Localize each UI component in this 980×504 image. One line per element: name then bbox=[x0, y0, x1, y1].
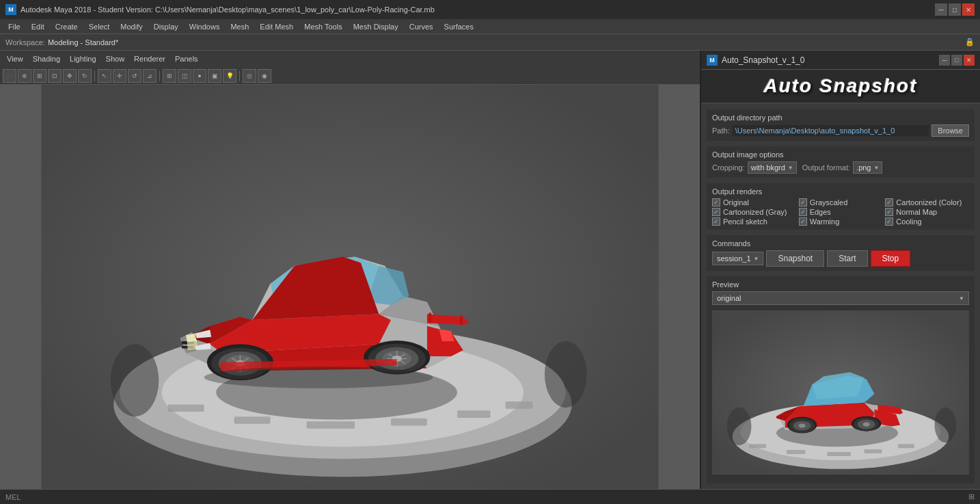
svg-point-56 bbox=[111, 344, 159, 416]
menu-display[interactable]: Display bbox=[148, 21, 184, 32]
grid-icon[interactable]: ⊞ bbox=[163, 69, 176, 83]
menu-edit[interactable]: Edit bbox=[26, 21, 50, 32]
start-button[interactable]: Start bbox=[827, 250, 867, 267]
session-dropdown[interactable]: session_1 ▼ bbox=[712, 252, 763, 265]
viewport-menu-panels[interactable]: Panels bbox=[171, 53, 202, 64]
svg-rect-6 bbox=[306, 421, 355, 429]
window-controls: ─ □ ✕ bbox=[935, 3, 975, 16]
menu-edit-mesh[interactable]: Edit Mesh bbox=[254, 21, 299, 32]
menu-modify[interactable]: Modify bbox=[115, 21, 148, 32]
menu-windows[interactable]: Windows bbox=[184, 21, 226, 32]
menu-select[interactable]: Select bbox=[83, 21, 115, 32]
isolate-icon[interactable]: ◉ bbox=[258, 69, 271, 83]
output-renders-section: Output renders ✓ Original ✓ Grayscaled ✓… bbox=[707, 183, 975, 230]
viewport-menu-shading[interactable]: Shading bbox=[29, 53, 64, 64]
rotate-icon[interactable]: ↻ bbox=[78, 69, 92, 83]
svg-point-81 bbox=[863, 423, 870, 427]
camera-icon[interactable]: 🎥 bbox=[3, 69, 16, 83]
render-item-cartoonized-color: ✓ Cartoonized (Color) bbox=[885, 198, 969, 207]
checkbox-grayscaled[interactable]: ✓ bbox=[799, 198, 807, 207]
render-label-original: Original bbox=[723, 198, 749, 207]
viewport-canvas[interactable] bbox=[0, 85, 700, 489]
scale-icon[interactable]: ⊿ bbox=[143, 69, 156, 83]
right-minimize-button[interactable]: ─ bbox=[939, 55, 950, 66]
menu-surfaces[interactable]: Surfaces bbox=[439, 21, 479, 32]
render-item-pencil-sketch: ✓ Pencil sketch bbox=[712, 217, 796, 226]
output-renders-label: Output renders bbox=[712, 187, 969, 196]
main-area: View Shading Lighting Show Renderer Pane… bbox=[0, 51, 980, 489]
svg-rect-33 bbox=[460, 316, 463, 325]
logo-text: Auto Snapshot bbox=[763, 75, 917, 97]
svg-rect-63 bbox=[827, 452, 851, 456]
workspace-bar: Workspace: Modeling - Standard* 🔒 bbox=[0, 34, 980, 51]
minimize-button[interactable]: ─ bbox=[935, 3, 947, 16]
select-icon[interactable]: ↖ bbox=[98, 69, 111, 83]
menu-create[interactable]: Create bbox=[50, 21, 83, 32]
checkbox-edges[interactable]: ✓ bbox=[799, 208, 807, 216]
texture-icon[interactable]: ▣ bbox=[208, 69, 221, 83]
light-icon[interactable]: 💡 bbox=[223, 69, 236, 83]
right-close-button[interactable]: ✕ bbox=[964, 55, 975, 66]
checkbox-cooling[interactable]: ✓ bbox=[885, 217, 893, 226]
checkbox-cartoonized-color[interactable]: ✓ bbox=[885, 198, 893, 207]
stop-button[interactable]: Stop bbox=[871, 250, 911, 267]
svg-rect-64 bbox=[865, 449, 882, 453]
pan-icon[interactable]: ✥ bbox=[63, 69, 77, 83]
render-label-grayscaled: Grayscaled bbox=[810, 198, 848, 207]
xray-icon[interactable]: ◎ bbox=[243, 69, 256, 83]
home-icon[interactable]: ⊕ bbox=[18, 69, 31, 83]
status-mel: MEL bbox=[5, 493, 21, 501]
workspace-lock-icon: 🔒 bbox=[965, 38, 975, 47]
render-label-warming: Warming bbox=[810, 217, 840, 226]
path-value: \Users\Nemanja\Desktop\auto_snapshot_v_1… bbox=[733, 125, 929, 136]
viewport-menu-lighting[interactable]: Lighting bbox=[66, 53, 100, 64]
status-right-icon[interactable]: ⊞ bbox=[968, 492, 975, 501]
right-app-icon: M bbox=[707, 55, 718, 66]
commands-label: Commands bbox=[712, 239, 969, 248]
right-maximize-button[interactable]: □ bbox=[951, 55, 962, 66]
browse-button[interactable]: Browse bbox=[931, 124, 969, 137]
output-dir-section: Output directory path Path: \Users\Neman… bbox=[707, 109, 975, 141]
render-item-cooling: ✓ Cooling bbox=[885, 217, 969, 226]
cropping-dropdown[interactable]: with bkgrd ▼ bbox=[748, 161, 797, 174]
menu-mesh-tools[interactable]: Mesh Tools bbox=[299, 21, 347, 32]
svg-point-78 bbox=[799, 424, 806, 428]
close-button[interactable]: ✕ bbox=[962, 3, 975, 16]
viewport-menu-show[interactable]: Show bbox=[102, 53, 129, 64]
preview-dropdown[interactable]: original ▼ bbox=[712, 291, 969, 305]
svg-rect-5 bbox=[234, 416, 271, 424]
wireframe-icon[interactable]: ◫ bbox=[178, 69, 191, 83]
checkbox-cartoonized-gray[interactable]: ✓ bbox=[712, 208, 720, 216]
fit-icon[interactable]: ⊞ bbox=[33, 69, 46, 83]
cropping-dropdown-arrow: ▼ bbox=[788, 165, 793, 171]
session-label: session_1 bbox=[717, 254, 751, 263]
snapshot-button[interactable]: Snapshot bbox=[766, 250, 824, 267]
cropping-label: Cropping: bbox=[712, 163, 745, 172]
maximize-button[interactable]: □ bbox=[949, 3, 961, 16]
checkbox-warming[interactable]: ✓ bbox=[799, 217, 807, 226]
menu-curves[interactable]: Curves bbox=[404, 21, 439, 32]
format-label: Output format: bbox=[802, 163, 850, 172]
checkbox-pencil-sketch[interactable]: ✓ bbox=[712, 217, 720, 226]
viewport-icons: 🎥 ⊕ ⊞ ⊡ ✥ ↻ ↖ ✛ ↺ ⊿ ⊞ ◫ ● ▣ 💡 ◎ ◉ bbox=[0, 67, 700, 85]
move-icon[interactable]: ✛ bbox=[113, 69, 126, 83]
menu-file[interactable]: File bbox=[3, 21, 26, 32]
title-bar: M Autodesk Maya 2018 - Student Version: … bbox=[0, 0, 980, 19]
render-item-normal-map: ✓ Normal Map bbox=[885, 208, 969, 216]
svg-point-83 bbox=[935, 408, 957, 442]
viewport-menu-view[interactable]: View bbox=[3, 53, 27, 64]
viewport-menu-renderer[interactable]: Renderer bbox=[130, 53, 169, 64]
checkbox-original[interactable]: ✓ bbox=[712, 198, 720, 207]
zoom-icon[interactable]: ⊡ bbox=[48, 69, 62, 83]
menu-bar: File Edit Create Select Modify Display W… bbox=[0, 19, 980, 34]
preview-label: Preview bbox=[712, 280, 969, 289]
checkbox-normal-map[interactable]: ✓ bbox=[885, 208, 893, 216]
menu-mesh-display[interactable]: Mesh Display bbox=[348, 21, 404, 32]
format-dropdown[interactable]: .png ▼ bbox=[853, 161, 882, 174]
smooth-icon[interactable]: ● bbox=[193, 69, 206, 83]
status-right: ⊞ bbox=[968, 492, 975, 501]
workspace-label: Workspace: bbox=[5, 38, 45, 47]
rotate2-icon[interactable]: ↺ bbox=[128, 69, 141, 83]
render-item-warming: ✓ Warming bbox=[799, 217, 883, 226]
menu-mesh[interactable]: Mesh bbox=[225, 21, 254, 32]
